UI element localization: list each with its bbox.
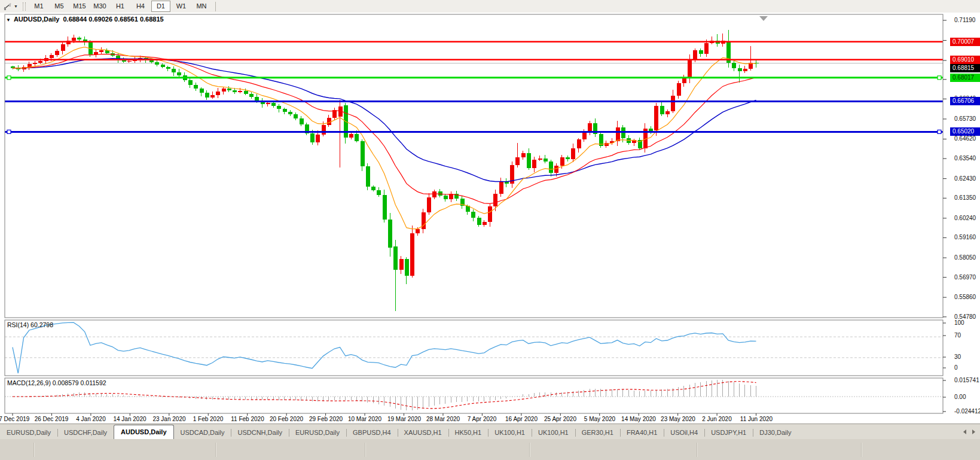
hline-handle[interactable]: [938, 76, 941, 80]
candle-body: [488, 206, 492, 222]
tab-hk50-h1[interactable]: HK50,H1: [448, 427, 489, 439]
tab-dj30-daily[interactable]: DJ30,Daily: [753, 427, 798, 439]
price-tick-label: 0.71190: [954, 17, 975, 23]
candle-body: [222, 89, 226, 91]
hline-handle[interactable]: [7, 76, 11, 80]
hline-handle[interactable]: [7, 130, 11, 133]
tab-ger30-h1[interactable]: GER30,H1: [575, 427, 620, 439]
candle-body: [155, 62, 159, 65]
candle-body: [483, 222, 487, 225]
tabs-scroll-left-icon[interactable]: [963, 429, 966, 434]
candle-body: [288, 112, 292, 114]
rsi-indicator-label: RSI(14) 60.2798: [7, 321, 53, 328]
candle-body: [738, 68, 742, 71]
candles-group: [11, 30, 759, 311]
candle-body: [688, 60, 692, 78]
triangle-down-icon[interactable]: ▼: [6, 17, 11, 23]
candle-body: [94, 52, 98, 55]
candle-body: [361, 141, 365, 167]
tab-audusd-daily[interactable]: AUDUSD,Daily: [114, 425, 173, 439]
tab-usdjpy-h1[interactable]: USDJPY,H1: [704, 427, 753, 439]
candle-body: [249, 94, 254, 97]
tab-usdcnh-daily[interactable]: USDCNH,Daily: [231, 427, 289, 439]
candle-body: [671, 96, 675, 111]
hline-handle[interactable]: [938, 130, 941, 133]
chart-title: ▼AUDUSD,Daily 0.68844 0.69026 0.68561 0.…: [6, 16, 164, 23]
tab-usdchf-daily[interactable]: USDCHF,Daily: [57, 427, 114, 439]
candle-body: [177, 72, 181, 75]
candle-body: [532, 160, 536, 168]
candle-body: [416, 229, 420, 234]
candle-body: [577, 139, 581, 148]
candle-body: [665, 111, 670, 114]
mt4-window: ▼ M1M5M15M30H1H4D1W1MN ▼AUDUSD,Daily 0.6…: [0, 0, 980, 460]
candle-body: [233, 90, 237, 92]
candle-body: [161, 65, 165, 67]
price-tick-label: 0.65730: [954, 115, 976, 122]
price-tick-label: 0.60240: [954, 215, 976, 221]
candle-body: [538, 159, 542, 160]
candle-body: [277, 106, 281, 109]
candle-body: [660, 106, 664, 114]
tabs-scroll-right-icon[interactable]: [972, 429, 975, 434]
tab-gbpusd-h4[interactable]: GBPUSD,H4: [346, 427, 398, 439]
candle-body: [316, 135, 320, 142]
candle-body: [515, 157, 520, 165]
hline-price-label: 0.70007: [950, 38, 980, 46]
candle-body: [732, 63, 736, 68]
candle-body: [77, 38, 81, 39]
candle-body: [432, 191, 436, 197]
candle-body: [38, 61, 42, 63]
candle-body: [493, 194, 497, 206]
candle-body: [410, 233, 414, 276]
price-tick-label: 0.64620: [954, 135, 976, 142]
current-price-label: 0.68815: [950, 64, 980, 72]
candle-body: [210, 95, 215, 98]
candle-body: [571, 148, 575, 160]
candle-body: [743, 69, 747, 71]
candle-body: [704, 43, 709, 53]
candle-body: [566, 157, 570, 160]
tab-usoil-h4[interactable]: USOil,H4: [664, 427, 704, 439]
candle-body: [383, 195, 387, 219]
candle-body: [388, 220, 392, 248]
candle-body: [55, 51, 59, 55]
chart-symbol-label: AUDUSD,Daily: [14, 16, 59, 23]
macd-axis-label: 0.00: [954, 394, 966, 400]
price-tick-label: 0.55860: [954, 294, 976, 300]
hline-price-label: 0.65020: [950, 127, 980, 136]
tab-eurusd-daily[interactable]: EURUSD,Daily: [0, 427, 57, 439]
tab-usdcad-daily[interactable]: USDCAD,Daily: [174, 427, 231, 439]
candle-body: [61, 44, 65, 51]
candle-body: [200, 89, 204, 93]
tab-eurusd-daily[interactable]: EURUSD,Daily: [289, 427, 346, 439]
candle-body: [322, 125, 326, 135]
tab-scroll-arrows: [963, 429, 975, 434]
tab-xauusd-h1[interactable]: XAUUSD,H1: [398, 427, 448, 439]
candle-body: [471, 212, 475, 218]
rsi-axis-label: 100: [954, 319, 964, 326]
tab-uk100-h1[interactable]: UK100,H1: [488, 427, 532, 439]
rsi-axis-label: 0: [954, 364, 958, 371]
candle-body: [427, 197, 431, 213]
candle-body: [50, 55, 54, 58]
candle-body: [393, 246, 398, 270]
candle-body: [310, 133, 315, 142]
tab-uk100-h1[interactable]: UK100,H1: [532, 427, 575, 439]
price-tick-label: 0.62430: [954, 175, 976, 182]
candle-body: [300, 118, 304, 124]
candle-body: [238, 91, 242, 92]
candle-body: [366, 166, 370, 186]
candle-body: [588, 123, 592, 131]
candle-body: [521, 153, 526, 157]
hline-price-label: 0.68017: [950, 74, 980, 82]
candle-body: [216, 92, 220, 95]
rsi-axis-label: 30: [954, 354, 961, 360]
candle-body: [699, 50, 703, 54]
candle-body: [616, 127, 620, 142]
candle-body: [127, 61, 132, 62]
tab-fra40-h1[interactable]: FRA40,H1: [620, 427, 664, 439]
date-label: 11 Jun 2020: [731, 416, 781, 422]
candle-body: [172, 69, 176, 72]
price-tick-label: 0.63540: [954, 155, 976, 162]
